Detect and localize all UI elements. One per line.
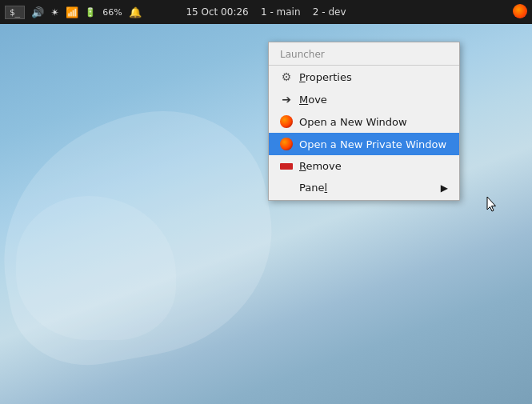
taskbar-center: 15 Oct 00:26 1 - main 2 - dev [186,6,346,18]
taskbar: $_ 🔊 ✴ 📶 🔋 66% 🔔 15 Oct 00:26 1 - main 2… [0,0,532,24]
firefox-icon-private-window [280,138,293,150]
menu-item-new-window-label: Open a New Window [299,116,407,128]
menu-item-remove[interactable]: Remove [269,155,459,177]
menu-item-properties-label: Properties [299,71,352,83]
workspace-dev[interactable]: 2 - dev [313,6,346,18]
terminal-icon[interactable]: $_ [5,6,25,19]
gear-icon: ⚙ [280,70,293,83]
firefox-icon-new-window [280,115,293,128]
menu-item-new-private-window-label: Open a New Private Window [299,138,446,150]
battery-percent: 66% [102,7,122,18]
menu-item-new-window[interactable]: Open a New Window [269,110,459,133]
move-arrow-icon: ➔ [280,93,293,106]
desktop: Launcher ⚙ Properties ➔ Move Open a New … [0,24,532,404]
notification-icon[interactable]: 🔔 [129,6,142,18]
datetime: 15 Oct 00:26 [186,6,248,18]
menu-item-panel-label: Panel [299,182,327,194]
bluetooth-icon[interactable]: ✴ [50,6,59,18]
volume-icon[interactable]: 🔊 [31,6,44,18]
menu-item-remove-label: Remove [299,160,342,172]
remove-icon [280,163,293,170]
wifi-icon[interactable]: 📶 [66,6,78,18]
context-menu: Launcher ⚙ Properties ➔ Move Open a New … [268,42,460,201]
menu-item-move[interactable]: ➔ Move [269,88,459,110]
battery-icon[interactable]: 🔋 [85,7,96,18]
firefox-taskbar-button[interactable] [513,4,527,21]
menu-item-panel[interactable]: Panel ▶ [269,177,459,198]
menu-item-new-private-window[interactable]: Open a New Private Window [269,133,459,155]
workspace-main[interactable]: 1 - main [261,6,301,18]
menu-header: Launcher [269,44,459,66]
panel-submenu-arrow: ▶ [441,182,448,194]
mouse-cursor [486,196,499,214]
menu-item-move-label: Move [299,94,327,106]
menu-item-properties[interactable]: ⚙ Properties [269,66,459,88]
